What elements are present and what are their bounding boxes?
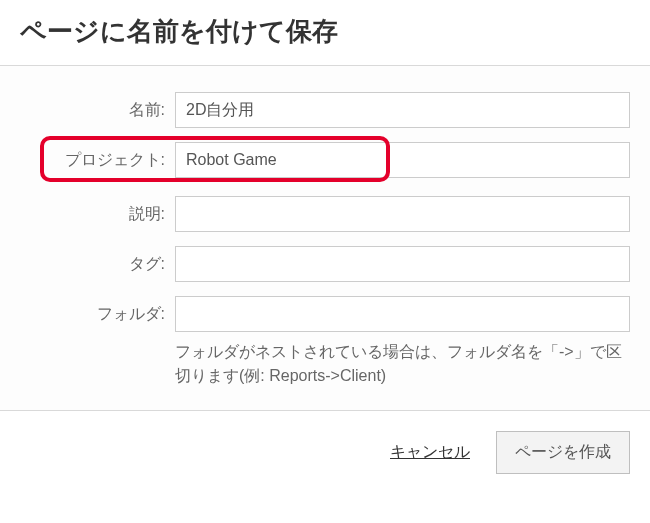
dialog-title: ページに名前を付けて保存: [0, 0, 650, 65]
dialog-footer: キャンセル ページを作成: [0, 411, 650, 494]
save-page-dialog: ページに名前を付けて保存 名前: プロジェクト: 説明: タグ:: [0, 0, 650, 494]
name-field[interactable]: [175, 92, 630, 128]
folder-help-text: フォルダがネストされている場合は、フォルダ名を「->」で区切ります(例: Rep…: [175, 340, 630, 388]
name-row: 名前:: [10, 92, 630, 128]
tags-row: タグ:: [10, 246, 630, 282]
project-label: プロジェクト:: [10, 142, 175, 171]
description-label: 説明:: [10, 196, 175, 225]
tags-label: タグ:: [10, 246, 175, 275]
description-row: 説明:: [10, 196, 630, 232]
folder-row: フォルダ: フォルダがネストされている場合は、フォルダ名を「->」で区切ります(…: [10, 296, 630, 388]
folder-field[interactable]: [175, 296, 630, 332]
dialog-body: 名前: プロジェクト: 説明: タグ: フォルダ:: [0, 65, 650, 411]
project-row: プロジェクト:: [10, 142, 630, 178]
tags-field[interactable]: [175, 246, 630, 282]
create-page-button[interactable]: ページを作成: [496, 431, 630, 474]
folder-label: フォルダ:: [10, 296, 175, 325]
name-label: 名前:: [10, 92, 175, 121]
project-field[interactable]: [175, 142, 630, 178]
cancel-button[interactable]: キャンセル: [390, 442, 470, 463]
description-field[interactable]: [175, 196, 630, 232]
